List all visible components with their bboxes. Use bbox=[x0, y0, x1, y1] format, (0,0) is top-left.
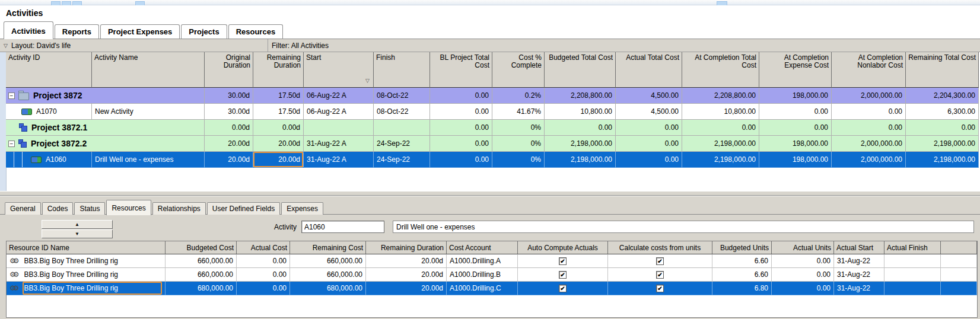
resource-column-header-actual-cost[interactable]: Actual Cost bbox=[237, 241, 290, 254]
cell-finish: 08-Oct-22 bbox=[374, 104, 430, 120]
column-header-remaining-total-cost[interactable]: Remaining Total Cost bbox=[906, 52, 979, 88]
checkbox-checked[interactable]: ✔ bbox=[656, 257, 664, 265]
column-header-at-completion-nonlabor-cost[interactable]: At Completion Nonlabor Cost bbox=[832, 52, 906, 88]
resource-column-header-budgeted-units[interactable]: Budgeted Units bbox=[712, 241, 772, 254]
resource-row[interactable]: ⚙⚙BB3.Big Boy Three Drilling rig660,000.… bbox=[7, 254, 977, 268]
cell-actual-start: 31-Aug-22 bbox=[834, 268, 884, 282]
tab-resources[interactable]: Resources bbox=[228, 24, 283, 39]
cell-start bbox=[304, 120, 374, 136]
table-row-project-3872[interactable]: −Project 387230.00d17.50d06-Aug-22 A08-O… bbox=[6, 88, 979, 104]
checkbox-checked[interactable]: ✔ bbox=[656, 271, 664, 279]
column-header-actual-total-cost[interactable]: Actual Total Cost bbox=[616, 52, 682, 88]
column-header-at-completion-expense-cost[interactable]: At Completion Expense Cost bbox=[759, 52, 832, 88]
checkbox-checked[interactable]: ✔ bbox=[559, 257, 567, 265]
cell-start: 31-Aug-22 A bbox=[304, 136, 374, 152]
collapse-minus-button[interactable]: − bbox=[8, 92, 15, 99]
layout-label: Layout: David's life bbox=[11, 42, 71, 50]
column-header-activity-id[interactable]: Activity ID bbox=[6, 52, 92, 88]
detail-tab-general[interactable]: General bbox=[5, 202, 41, 215]
resource-column-header-resource-id-name[interactable]: Resource ID Name bbox=[7, 241, 166, 254]
collapse-minus-button[interactable]: − bbox=[8, 141, 15, 147]
resource-row[interactable]: ⚙⚙BB3.Big Boy Three Drilling rig660,000.… bbox=[7, 268, 977, 282]
cell-budgeted-cost: 660,000.00 bbox=[166, 254, 237, 268]
previous-activity-button[interactable]: ▲ bbox=[42, 220, 113, 229]
column-label: At Completion Total Cost bbox=[695, 53, 756, 69]
filler-cell bbox=[941, 254, 977, 268]
table-row-a1070[interactable]: A1070New Activity30.00d17.50d06-Aug-22 A… bbox=[6, 104, 979, 120]
tab-reports[interactable]: Reports bbox=[55, 24, 99, 39]
group-name-cell: −Project 3872 bbox=[6, 88, 205, 104]
table-row-project-3872-2[interactable]: −Project 3872.220.00d20.00d31-Aug-22 A24… bbox=[6, 136, 979, 152]
activity-field-label: Activity bbox=[237, 223, 297, 231]
cell-finish: 24-Sep-22 bbox=[374, 152, 430, 168]
column-header-cost-complete[interactable]: Cost % Complete bbox=[492, 52, 545, 88]
cell-at-completion-nonlabor-cost: 2,000,000.00 bbox=[832, 136, 906, 152]
folder-icon bbox=[18, 92, 29, 100]
checkbox-checked[interactable]: ✔ bbox=[559, 271, 567, 279]
horizontal-splitter[interactable] bbox=[0, 191, 980, 196]
column-header-activity-name[interactable]: Activity Name bbox=[92, 52, 205, 88]
resource-id-name: BB3.Big Boy Three Drilling rig bbox=[23, 282, 162, 295]
column-header-budgeted-total-cost[interactable]: Budgeted Total Cost bbox=[545, 52, 616, 88]
resource-column-header-remaining-duration[interactable]: Remaining Duration bbox=[366, 241, 447, 254]
checkbox-checked[interactable]: ✔ bbox=[656, 285, 664, 292]
cell-start: 31-Aug-22 A bbox=[304, 152, 374, 168]
tab-projects[interactable]: Projects bbox=[181, 24, 227, 39]
resource-table-rows: ⚙⚙BB3.Big Boy Three Drilling rig660,000.… bbox=[7, 254, 977, 295]
resource-column-header-calculate-costs-from-units[interactable]: Calculate costs from units bbox=[608, 241, 712, 254]
layout-options-button[interactable]: ▽ Layout: David's life bbox=[0, 39, 268, 52]
detail-tab-status[interactable]: Status bbox=[74, 202, 105, 215]
cell-budgeted-total-cost: 2,198,000.00 bbox=[545, 136, 616, 152]
cell-remaining-cost: 660,000.00 bbox=[290, 268, 366, 282]
filter-bar[interactable]: Filter: All Activities bbox=[268, 39, 980, 52]
detail-tab-relationships[interactable]: Relationships bbox=[152, 202, 206, 215]
resource-column-header-cost-account[interactable]: Cost Account bbox=[447, 241, 518, 254]
activity-table-header: Activity IDActivity NameOriginal Duratio… bbox=[6, 52, 979, 88]
activity-id: A1060 bbox=[46, 155, 66, 164]
wbs-name: Project 3872.1 bbox=[31, 123, 87, 132]
column-label: Activity Name bbox=[94, 53, 138, 62]
tab-activities[interactable]: Activities bbox=[4, 21, 53, 39]
selection-gridline bbox=[14, 152, 14, 167]
detail-tab-expenses[interactable]: Expenses bbox=[281, 202, 323, 215]
resource-column-header-budgeted-cost[interactable]: Budgeted Cost bbox=[166, 241, 237, 254]
column-label: At Completion Nonlabor Cost bbox=[857, 53, 903, 69]
cell-remaining-duration: 20.00d bbox=[366, 254, 447, 268]
detail-tab-codes[interactable]: Codes bbox=[42, 202, 74, 215]
resource-column-header-remaining-cost[interactable]: Remaining Cost bbox=[290, 241, 366, 254]
resource-column-header-auto-compute-actuals[interactable]: Auto Compute Actuals bbox=[518, 241, 608, 254]
resource-column-header-actual-start[interactable]: Actual Start bbox=[834, 241, 884, 254]
cell-at-completion-nonlabor-cost: 2,000,000.00 bbox=[832, 88, 906, 104]
tab-project-expenses[interactable]: Project Expenses bbox=[100, 24, 180, 39]
cell-actual-cost: 0.00 bbox=[237, 282, 290, 295]
cell-remaining-total-cost: 2,204,300.00 bbox=[906, 88, 979, 104]
checkbox-checked[interactable]: ✔ bbox=[559, 285, 567, 292]
column-header-start[interactable]: Start▽ bbox=[304, 52, 374, 88]
cell-actual-units: 0.00 bbox=[772, 268, 834, 282]
resource-column-header-actual-units[interactable]: Actual Units bbox=[772, 241, 834, 254]
cell-finish bbox=[374, 120, 430, 136]
resource-column-header-actual-finish[interactable]: Actual Finish bbox=[884, 241, 941, 254]
column-header-at-completion-total-cost[interactable]: At Completion Total Cost bbox=[682, 52, 759, 88]
up-arrow-icon: ▲ bbox=[75, 222, 79, 227]
column-header-original-duration[interactable]: Original Duration bbox=[205, 52, 253, 88]
column-header-finish[interactable]: Finish bbox=[374, 52, 430, 88]
table-row-a1060[interactable]: A1060Drill Well one - expenses20.00d20.0… bbox=[6, 152, 979, 168]
resource-column-header-blank[interactable] bbox=[941, 241, 977, 254]
clipped-toolbar-button bbox=[135, 1, 145, 5]
table-row-project-3872-1[interactable]: Project 3872.10.00d0.00d0.000%0.000.000.… bbox=[6, 120, 979, 136]
cell-at-completion-expense-cost: 0.00 bbox=[759, 120, 832, 136]
clipped-toolbar-button bbox=[62, 1, 71, 5]
column-header-bl-project-total-cost[interactable]: BL Project Total Cost bbox=[430, 52, 492, 88]
column-label: Finish bbox=[376, 53, 395, 62]
next-activity-button[interactable]: ▼ bbox=[42, 229, 113, 238]
cell-bl-project-total-cost: 0.00 bbox=[430, 136, 492, 152]
cell-finish: 24-Sep-22 bbox=[374, 136, 430, 152]
resource-row-selected[interactable]: ⚙⚙BB3.Big Boy Three Drilling rig680,000.… bbox=[7, 282, 977, 295]
detail-tab-resources[interactable]: Resources bbox=[106, 200, 151, 215]
activity-id-input[interactable] bbox=[301, 221, 384, 233]
column-header-remaining-duration[interactable]: Remaining Duration bbox=[253, 52, 304, 88]
cell-budgeted-total-cost: 2,208,800.00 bbox=[545, 88, 616, 104]
cell-remaining-duration: 20.00d bbox=[253, 152, 304, 168]
detail-tab-user-defined-fields[interactable]: User Defined Fields bbox=[207, 202, 280, 215]
